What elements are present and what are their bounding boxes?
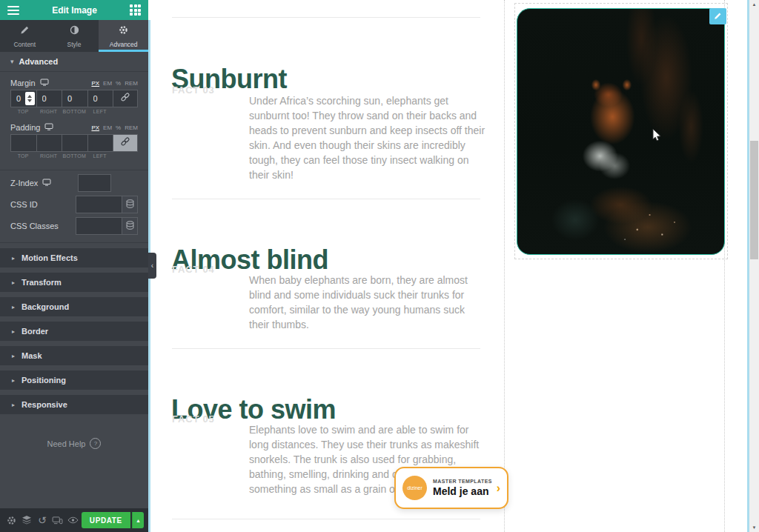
padding-dim-labels: TOP RIGHT BOTTOM LEFT xyxy=(10,153,138,162)
scrollbar-thumb[interactable] xyxy=(750,141,758,259)
unit-px[interactable]: PX xyxy=(91,124,99,131)
unit-px[interactable]: PX xyxy=(91,80,99,87)
chain-link-icon xyxy=(120,92,130,105)
fact-label[interactable]: FACT 03 xyxy=(172,84,215,96)
padding-link-values-button[interactable] xyxy=(113,135,137,151)
css-classes-row: CSS Classes xyxy=(10,217,138,235)
scrollbar-track[interactable] xyxy=(749,0,759,532)
history-icon[interactable]: ↺ xyxy=(36,512,50,528)
margin-left-input[interactable] xyxy=(88,90,113,107)
content-divider xyxy=(172,348,480,349)
z-index-input[interactable] xyxy=(78,174,111,192)
brand-logo: diziner xyxy=(402,476,427,500)
preview-canvas: Sunburnt FACT 03 Under Africa’s scorchin… xyxy=(150,0,747,532)
fact-label[interactable]: FACT 05 xyxy=(172,413,215,425)
chevron-right-icon[interactable]: › xyxy=(497,482,500,494)
divider xyxy=(0,242,148,243)
section-background[interactable]: ▸ Background xyxy=(0,297,148,316)
margin-right-input[interactable] xyxy=(37,90,62,107)
tab-style[interactable]: Style xyxy=(50,20,99,52)
advanced-controls: Margin PX EM % REM xyxy=(0,72,148,243)
scrollbar-up-arrow[interactable]: ▲ xyxy=(749,0,759,9)
widgets-grid-icon[interactable] xyxy=(130,4,141,16)
responsive-monitor-icon[interactable] xyxy=(40,79,49,87)
settings-gear-icon[interactable] xyxy=(4,512,19,528)
padding-right-input[interactable] xyxy=(37,135,62,151)
navigator-layers-icon[interactable] xyxy=(20,512,34,528)
padding-bottom-input[interactable] xyxy=(62,135,87,151)
css-classes-input[interactable] xyxy=(76,217,122,235)
text-widget[interactable]: When baby elephants are born, they are a… xyxy=(249,273,516,332)
preview-eye-icon[interactable] xyxy=(66,512,80,528)
promo-eyebrow: MASTER TEMPLATES xyxy=(433,479,492,484)
contrast-icon xyxy=(70,24,79,38)
margin-top-cell xyxy=(11,90,36,107)
promo-title: Meld je aan xyxy=(433,485,492,497)
dynamic-tags-button[interactable] xyxy=(122,196,138,213)
need-help-link[interactable]: Need Help ? xyxy=(0,438,148,449)
update-button[interactable]: UPDATE xyxy=(82,512,130,528)
content-divider xyxy=(172,199,480,199)
padding-label: Padding xyxy=(10,123,40,132)
chain-link-icon xyxy=(120,136,130,150)
padding-top-input[interactable] xyxy=(11,135,36,151)
update-options-caret[interactable]: ▲ xyxy=(132,512,144,528)
unit-percent[interactable]: % xyxy=(116,80,121,87)
database-icon xyxy=(126,219,134,233)
unit-rem[interactable]: REM xyxy=(125,124,138,131)
responsive-devices-icon[interactable] xyxy=(50,512,64,528)
margin-bottom-cell xyxy=(62,90,87,107)
unit-percent[interactable]: % xyxy=(116,124,121,131)
panel-collapse-handle[interactable]: ‹ xyxy=(148,253,156,279)
section-positioning[interactable]: ▸ Positioning xyxy=(0,370,148,390)
section-border[interactable]: ▸ Border xyxy=(0,322,148,341)
chevron-right-icon: ▸ xyxy=(12,255,15,262)
scrollbar-down-arrow[interactable]: ▼ xyxy=(749,523,759,532)
margin-link-values-button[interactable] xyxy=(113,90,137,107)
chevron-right-icon: ▸ xyxy=(12,279,15,286)
unit-em[interactable]: EM xyxy=(103,124,112,131)
signup-promo-popup[interactable]: diziner MASTER TEMPLATES Meld je aan › xyxy=(394,467,508,509)
responsive-monitor-icon[interactable] xyxy=(42,179,51,187)
panel-tabs: Content Style Advanced xyxy=(0,20,148,52)
panel-footer: ↺ UPDATE ▲ xyxy=(0,508,148,532)
dynamic-tags-button[interactable] xyxy=(122,217,138,235)
database-icon xyxy=(126,198,134,211)
padding-left-input[interactable] xyxy=(88,135,113,151)
edit-image-button[interactable] xyxy=(709,8,726,24)
content-divider xyxy=(172,17,480,18)
z-index-row: Z-Index xyxy=(10,174,138,192)
number-stepper[interactable] xyxy=(25,92,35,105)
elementor-editor: Edit Image Content Style xyxy=(0,0,759,532)
panel-body: ▾ Advanced Margin PX EM % REM xyxy=(0,52,148,508)
tab-advanced[interactable]: Advanced xyxy=(99,20,148,52)
tab-content[interactable]: Content xyxy=(0,20,50,52)
section-mask[interactable]: ▸ Mask xyxy=(0,346,148,365)
pencil-icon xyxy=(714,10,722,23)
leopard-image-widget[interactable] xyxy=(517,8,725,255)
advanced-accordion-header[interactable]: ▾ Advanced xyxy=(0,52,148,72)
unit-rem[interactable]: REM xyxy=(125,80,138,87)
chevron-right-icon: ▸ xyxy=(12,377,15,384)
margin-dim-labels: TOP RIGHT BOTTOM LEFT xyxy=(10,109,138,118)
margin-inputs xyxy=(10,90,138,107)
text-widget[interactable]: Under Africa’s scorching sun, elephants … xyxy=(249,93,516,182)
responsive-monitor-icon[interactable] xyxy=(44,123,53,132)
unit-em[interactable]: EM xyxy=(103,80,112,87)
chevron-down-icon: ▾ xyxy=(10,58,14,65)
hamburger-menu-icon[interactable] xyxy=(7,4,19,17)
section-transform[interactable]: ▸ Transform xyxy=(0,273,148,292)
padding-inputs xyxy=(10,134,138,152)
panel-title: Edit Image xyxy=(19,5,130,16)
margin-right-cell xyxy=(37,90,62,107)
gear-icon xyxy=(119,24,128,38)
margin-bottom-input[interactable] xyxy=(62,90,87,107)
section-responsive[interactable]: ▸ Responsive xyxy=(0,395,148,414)
chevron-right-icon: ▸ xyxy=(12,328,15,335)
chevron-right-icon: ▸ xyxy=(12,402,15,408)
css-id-input[interactable] xyxy=(76,196,122,213)
margin-left-cell xyxy=(88,90,113,107)
section-motion-effects[interactable]: ▸ Motion Effects xyxy=(0,248,148,267)
fact-label[interactable]: FACT 04 xyxy=(172,264,215,275)
padding-unit-switcher: PX EM % REM xyxy=(91,124,138,131)
